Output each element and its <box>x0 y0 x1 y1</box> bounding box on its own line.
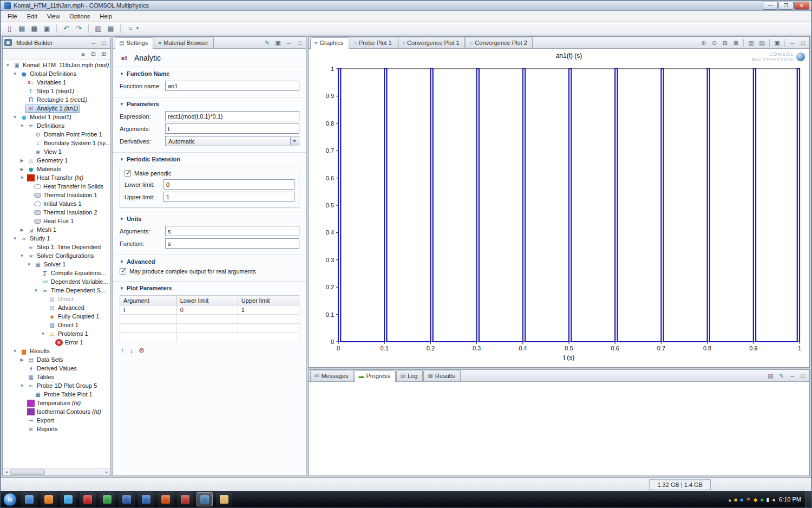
table-cell[interactable] <box>238 324 299 333</box>
tree-item-global-definitions[interactable]: ▼●Global Definitions <box>3 69 110 78</box>
tab-convergence-plot-2[interactable]: ≈Convergence Plot 2 <box>466 37 533 48</box>
tree-item-view-1[interactable]: ◉View 1 <box>3 147 110 156</box>
menu-options[interactable]: Options <box>64 12 95 21</box>
plot-canvas[interactable]: 00.10.20.30.40.50.60.70.80.9100.10.20.30… <box>309 49 809 367</box>
tree-expander-icon[interactable]: ▶ <box>19 357 25 362</box>
move-up-button[interactable]: ↑ <box>121 346 125 354</box>
table-row-empty[interactable] <box>120 315 299 324</box>
section-header-function-name[interactable]: ▼ Function Name <box>120 69 299 79</box>
tree-item-temperature[interactable]: Temperature(ht) <box>3 399 110 407</box>
network-icon[interactable]: ▮ <box>766 497 769 503</box>
tree-expander-icon[interactable]: ▼ <box>26 262 32 267</box>
zoom-in-icon[interactable]: ⊕ <box>699 38 708 47</box>
table-cell[interactable]: t <box>120 305 177 315</box>
taskbar-app-ie[interactable] <box>60 492 76 506</box>
table-cell[interactable]: 0 <box>176 305 238 315</box>
tree-item-geometry-1[interactable]: ▶△Geometry 1 <box>3 156 110 165</box>
table-row-empty[interactable] <box>120 333 299 342</box>
tab-settings[interactable]: ▤Settings <box>115 37 153 49</box>
tree-item-thermal-insulation-1[interactable]: Thermal Insulation 1 <box>3 191 110 199</box>
menu-view[interactable]: View <box>42 12 65 21</box>
tree-item-problems-1[interactable]: ▼⚠Problems 1 <box>3 329 110 338</box>
tree-expander-icon[interactable]: ▶ <box>19 167 25 172</box>
tree-item-boundary-system-1[interactable]: ⊥Boundary System 1(sy... <box>3 139 110 147</box>
tree-expander-icon[interactable]: ▼ <box>12 71 18 76</box>
shield-icon[interactable]: ◆ <box>754 497 758 503</box>
flag-icon[interactable]: ⚑ <box>746 497 751 503</box>
tab-material-browser[interactable]: ●Material Browser <box>154 37 214 48</box>
panel-minimize-icon[interactable]: – <box>89 38 98 47</box>
tree-item-direct-1[interactable]: ▨Direct 1 <box>3 321 110 329</box>
table-column-upper-limit[interactable]: Upper limit <box>238 296 299 305</box>
paint-icon[interactable]: ✎ <box>263 38 272 47</box>
tree-item-komal-htm-11thjan-mph[interactable]: ▼▣Komal_HTM_11thJan.mph(root) <box>3 61 110 69</box>
collapse-all-icon[interactable]: ⊟ <box>89 50 98 58</box>
zoom-extents-icon[interactable]: ⊠ <box>731 38 741 47</box>
tree-item-error-1[interactable]: ×Error 1 <box>3 338 110 347</box>
complex-output-checkbox[interactable]: May produce complex output for real argu… <box>120 268 299 275</box>
tab-log[interactable]: ▤Log <box>396 370 423 381</box>
taskbar-app-folder[interactable] <box>216 492 232 506</box>
tree-item-time-dependent-s[interactable]: ▼≈Time-Dependent S... <box>3 286 110 295</box>
tab-convergence-plot-1[interactable]: ≈Convergence Plot 1 <box>398 37 465 48</box>
taskbar-app-word[interactable] <box>138 492 154 506</box>
maximize-button[interactable]: ❐ <box>778 2 794 10</box>
tree-expander-icon[interactable]: ▼ <box>40 331 46 336</box>
tree-item-mesh-1[interactable]: ▶◢Mesh 1 <box>3 225 110 234</box>
taskbar-app-adobe[interactable] <box>80 492 96 506</box>
tree-item-step-1-time-dependent[interactable]: ≈Step 1: Time Dependent <box>3 243 110 251</box>
paste-icon[interactable]: ▤ <box>105 23 116 34</box>
open-icon[interactable]: ▤ <box>16 23 28 34</box>
axes-icon[interactable]: ▥ <box>746 38 756 47</box>
table-cell[interactable] <box>120 315 177 324</box>
menu-edit[interactable]: Edit <box>22 12 42 21</box>
save-icon[interactable]: ▦ <box>29 23 40 34</box>
scroll-left-arrow[interactable]: ◂ <box>3 470 10 474</box>
zoom-out-icon[interactable]: ⊖ <box>710 38 719 47</box>
table-cell[interactable] <box>176 333 238 342</box>
tree-item-fully-coupled-1[interactable]: ◈Fully Coupled 1 <box>3 312 110 321</box>
table-cell[interactable] <box>238 315 299 324</box>
print-icon[interactable]: ▣ <box>41 23 53 34</box>
table-column-lower-limit[interactable]: Lower limit <box>176 296 238 305</box>
table-cell[interactable] <box>176 315 238 324</box>
expression-input[interactable] <box>165 111 299 121</box>
tree-item-rectangle-1[interactable]: ΠRectangle 1(rect1) <box>3 95 110 104</box>
maximize-icon[interactable]: □ <box>798 38 808 47</box>
tree-item-step-1[interactable]: ΓStep 1(step1) <box>3 87 110 95</box>
taskbar-clock[interactable]: 6:10 PM <box>779 496 801 503</box>
tray-green-icon[interactable]: ■ <box>760 497 763 503</box>
tray-blue-icon[interactable]: ■ <box>740 497 743 503</box>
tree-expander-icon[interactable]: ▼ <box>19 253 25 258</box>
tab-progress[interactable]: ▬Progress <box>355 370 396 382</box>
tree-expander-icon[interactable]: ▼ <box>12 236 18 241</box>
new-icon[interactable]: ▯ <box>4 23 15 34</box>
tree-item-isothermal-contours[interactable]: Isothermal Contours(ht) <box>3 407 110 416</box>
delete-row-button[interactable]: ⊗ <box>139 346 145 354</box>
table-row-empty[interactable] <box>120 324 299 333</box>
tree-expander-icon[interactable]: ▼ <box>12 349 18 354</box>
taskbar-app-powerpoint[interactable] <box>158 492 174 506</box>
tree-expander-icon[interactable]: ▼ <box>19 383 25 388</box>
redo-icon[interactable]: ↷ <box>73 23 84 34</box>
tree-item-heat-transfer[interactable]: ▼Heat Transfer(ht) <box>3 173 110 182</box>
checkbox-icon[interactable] <box>125 170 131 177</box>
tray-yellow-icon[interactable]: ■ <box>734 497 737 503</box>
plot-dropdown-icon[interactable]: ▼ <box>135 26 140 31</box>
grid-icon[interactable]: ▤ <box>757 38 767 47</box>
section-header-periodic-extension[interactable]: ▼ Periodic Extension <box>120 155 299 164</box>
paint-icon[interactable]: ✎ <box>777 372 786 380</box>
maximize-icon[interactable]: □ <box>295 38 304 47</box>
volume-icon[interactable]: ◂ <box>772 497 775 503</box>
tree-item-data-sets[interactable]: ▶▤Data Sets <box>3 355 110 364</box>
tab-messages[interactable]: ✉Messages <box>310 370 354 381</box>
tree-expander-icon[interactable]: ▶ <box>19 227 25 232</box>
tree-item-advanced[interactable]: ▤Advanced <box>3 303 110 312</box>
panel-maximize-icon[interactable]: □ <box>100 38 109 47</box>
minimize-icon[interactable]: – <box>788 372 797 380</box>
lower-limit-input[interactable] <box>163 179 294 190</box>
tree-item-thermal-insulation-2[interactable]: Thermal Insulation 2 <box>3 208 110 217</box>
tree-item-study-1[interactable]: ▼≈Study 1 <box>3 234 110 243</box>
tree-item-direct[interactable]: ▨Direct <box>3 295 110 303</box>
tree-item-heat-flux-1[interactable]: Heat Flux 1 <box>3 217 110 225</box>
